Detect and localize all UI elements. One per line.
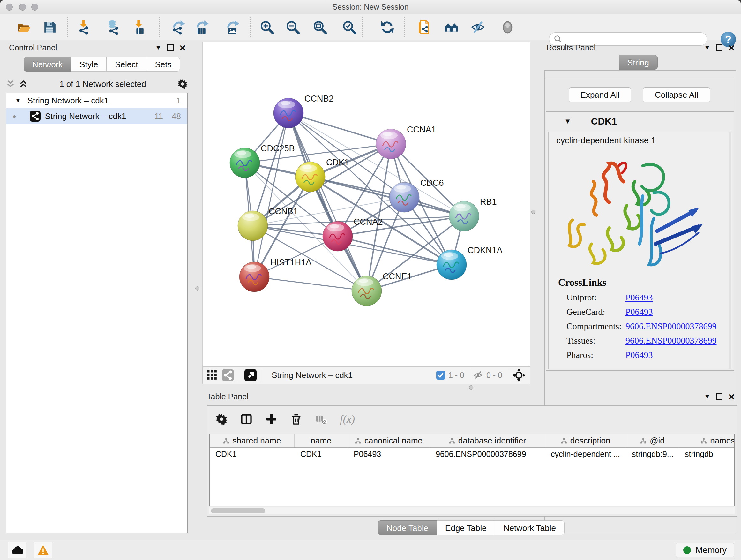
column-header-id[interactable]: @id [626,434,679,447]
crosslink-value-link[interactable]: P06493 [625,350,653,360]
table-cell: P06493 [348,448,430,460]
network-row-selected[interactable]: ● String Network – cdk1 11 48 [6,108,187,124]
network-options-gear-icon[interactable] [178,79,188,89]
crosslink-value-link[interactable]: P06493 [625,307,653,317]
tab-select[interactable]: Select [107,57,146,71]
network-list: ▼ String Network – cdk1 1 ● String Netwo… [6,92,188,533]
zoom-fit-icon [313,20,327,35]
import-table-file-button[interactable] [130,18,148,36]
crosslink-value-link[interactable]: 9606.ENSP00000378699 [625,321,717,331]
protein-description: cyclin-dependent kinase 1 [549,132,732,145]
export-image-button[interactable] [223,18,241,36]
warnings-button[interactable] [34,542,52,558]
table-horizontal-scrollbar[interactable] [209,507,735,514]
zoom-out-button[interactable] [284,18,301,36]
add-column-icon[interactable] [265,413,277,425]
panel-menu-icon[interactable]: ▼ [155,44,161,51]
save-session-button[interactable] [41,18,58,36]
panel-close-icon[interactable]: × [179,44,186,51]
expand-all-networks-icon[interactable] [6,79,15,89]
tab-sets[interactable]: Sets [146,57,180,71]
network-graph[interactable]: CCNB2CCNA1CDC25BCDK1CDC6RB1CCNB1CCNA2CDK… [203,42,530,366]
panel-float-icon[interactable] [716,44,723,51]
zoom-selected-button[interactable] [340,18,358,36]
protein-details: cyclin-dependent kinase 1 [548,132,732,369]
left-splitter-handle[interactable] [195,287,199,291]
protein-section-header[interactable]: ▼ CDK1 [546,112,734,131]
show-hidden-button[interactable] [498,18,516,36]
selected-checkbox-icon[interactable] [436,371,445,380]
tab-network[interactable]: Network [23,57,71,71]
edge-CCNB2-HIST1H1A[interactable] [254,113,288,277]
edge-CCNB2-CCNA1[interactable] [288,113,391,144]
panel-menu-icon[interactable]: ▼ [704,44,711,51]
first-neighbors-button[interactable] [442,18,460,36]
node-RB1[interactable]: RB1 [449,197,497,231]
collapse-all-button[interactable]: Collapse All [643,87,711,102]
panel-close-icon[interactable]: × [728,44,735,51]
tab-string[interactable]: String [619,55,658,70]
node-CCNA1[interactable]: CCNA1 [376,125,436,159]
node-HIST1H1A[interactable]: HIST1H1A [239,258,312,292]
column-header-database-identifier[interactable]: database identifier [430,434,545,447]
node-CDKN1A[interactable]: CDKN1A [436,246,502,280]
import-network-file-button[interactable] [75,18,93,36]
tab-style[interactable]: Style [71,57,107,71]
results-scrollbar[interactable] [729,132,731,369]
hidden-counts: 0 - 0 [486,371,502,380]
table-row[interactable]: CDK1CDK1P064939606.ENSP00000378699cyclin… [210,448,734,460]
scrollbar-thumb[interactable] [211,508,265,513]
tab-network-table[interactable]: Network Table [495,520,564,535]
collapse-all-networks-icon[interactable] [18,79,28,89]
cloud-status-button[interactable] [8,542,26,558]
panel-close-icon[interactable]: × [728,393,735,400]
export-network-button[interactable] [169,18,187,36]
edge-HIST1H1A-CCNE1[interactable] [254,277,367,291]
column-header-shared-name[interactable]: shared name [210,434,294,447]
crosslink-value-link[interactable]: P06493 [625,293,653,303]
open-in-window-icon[interactable] [245,369,257,381]
crosslink-value-link[interactable]: 9606.ENSP00000378699 [625,335,717,346]
column-header-description[interactable]: description [545,434,626,447]
node-label: CCNA2 [354,217,383,227]
function-builder-button: f(x) [340,413,355,425]
grid-view-icon[interactable] [207,370,217,380]
import-network-icon [77,20,91,35]
column-header-namespace[interactable]: namespace [679,434,735,447]
show-columns-icon[interactable] [240,413,253,425]
tab-node-table[interactable]: Node Table [378,520,437,535]
import-table-icon [132,20,147,35]
panel-float-icon[interactable] [716,393,723,400]
tab-edge-table[interactable]: Edge Table [437,520,495,535]
import-network-database-button[interactable] [105,18,122,36]
bottom-splitter-handle[interactable] [469,385,473,389]
hidden-eye-icon[interactable] [473,370,483,380]
network-view-canvas[interactable]: CCNB2CCNA1CDC25BCDK1CDC6RB1CCNB1CCNA2CDK… [202,42,530,366]
refresh-layout-button[interactable] [378,18,396,36]
string-view-icon[interactable] [222,369,234,381]
zoom-fit-button[interactable] [311,18,329,36]
right-splitter-handle[interactable] [531,210,536,214]
export-table-button[interactable] [193,18,211,36]
panel-float-icon[interactable] [167,44,174,51]
expand-all-button[interactable]: Expand All [569,87,631,102]
panel-menu-icon[interactable]: ▼ [704,393,711,400]
hide-selected-button[interactable] [469,18,487,36]
table-options-gear-icon[interactable] [215,413,227,425]
network-from-clipboard-button[interactable] [414,18,432,36]
zoom-in-button[interactable] [258,18,276,36]
network-collection-row[interactable]: ▼ String Network – cdk1 1 [6,93,187,108]
node-CCNB2[interactable]: CCNB2 [273,94,334,128]
column-header-canonical-name[interactable]: canonical name [348,434,430,447]
collection-expander-icon[interactable]: ▼ [15,97,21,104]
column-header-name[interactable]: name [294,434,348,447]
open-file-button[interactable] [15,18,32,36]
toolbar-separator [67,17,68,37]
memory-button[interactable]: Memory [676,543,734,557]
node-label: RB1 [480,197,497,206]
birds-eye-view-icon[interactable] [512,368,526,382]
table-cell: CDK1 [210,448,294,460]
delete-column-icon[interactable] [290,413,302,425]
section-expander-icon[interactable]: ▼ [564,117,571,125]
node-CDK1[interactable]: CDK1 [295,158,349,192]
